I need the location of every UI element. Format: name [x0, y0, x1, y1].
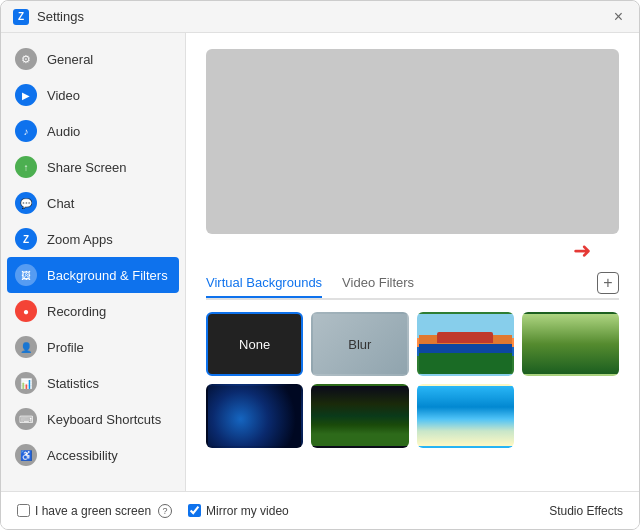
sidebar-label-keyboard-shortcuts: Keyboard Shortcuts	[47, 412, 161, 427]
background-earth[interactable]	[206, 384, 303, 448]
tab-video-filters[interactable]: Video Filters	[342, 275, 414, 298]
mirror-video-label[interactable]: Mirror my video	[188, 504, 289, 518]
sidebar-item-recording[interactable]: ● Recording	[1, 293, 185, 329]
studio-effects-button[interactable]: Studio Effects	[549, 504, 623, 518]
sidebar-label-general: General	[47, 52, 93, 67]
video-preview	[206, 49, 619, 234]
sidebar-item-video[interactable]: ▶ Video	[1, 77, 185, 113]
background-blur-label: Blur	[348, 337, 371, 352]
background-none-label: None	[239, 337, 270, 352]
sidebar-label-recording: Recording	[47, 304, 106, 319]
title-bar-left: Z Settings	[13, 9, 84, 25]
sidebar-item-profile[interactable]: 👤 Profile	[1, 329, 185, 365]
content-area: ➜ Virtual Backgrounds Video Filters + No…	[186, 33, 639, 491]
backgrounds-grid: None Blur	[206, 312, 619, 448]
sidebar-label-share-screen: Share Screen	[47, 160, 127, 175]
arrow-hint: ➜	[206, 238, 619, 264]
sidebar-label-statistics: Statistics	[47, 376, 99, 391]
sidebar-label-chat: Chat	[47, 196, 74, 211]
profile-icon: 👤	[15, 336, 37, 358]
background-blur[interactable]: Blur	[311, 312, 408, 376]
share-screen-icon: ↑	[15, 156, 37, 178]
footer-left: I have a green screen ? Mirror my video	[17, 504, 533, 518]
footer: I have a green screen ? Mirror my video …	[1, 491, 639, 529]
background-grass[interactable]	[522, 312, 619, 376]
sidebar-item-accessibility[interactable]: ♿ Accessibility	[1, 437, 185, 473]
sidebar-item-zoom-apps[interactable]: Z Zoom Apps	[1, 221, 185, 257]
mirror-video-text: Mirror my video	[206, 504, 289, 518]
statistics-icon: 📊	[15, 372, 37, 394]
background-aurora[interactable]	[311, 384, 408, 448]
green-screen-label[interactable]: I have a green screen ?	[17, 504, 172, 518]
help-icon[interactable]: ?	[158, 504, 172, 518]
keyboard-shortcuts-icon: ⌨	[15, 408, 37, 430]
background-ocean[interactable]	[417, 384, 514, 448]
sidebar-item-general[interactable]: ⚙ General	[1, 41, 185, 77]
sidebar-item-share-screen[interactable]: ↑ Share Screen	[1, 149, 185, 185]
tabs-row: Virtual Backgrounds Video Filters +	[206, 272, 619, 300]
title-bar: Z Settings ×	[1, 1, 639, 33]
chat-icon: 💬	[15, 192, 37, 214]
sidebar: ⚙ General ▶ Video ♪ Audio ↑ Share Screen…	[1, 33, 186, 491]
background-bridge[interactable]	[417, 312, 514, 376]
app-icon: Z	[13, 9, 29, 25]
window-title: Settings	[37, 9, 84, 24]
sidebar-label-accessibility: Accessibility	[47, 448, 118, 463]
tab-virtual-backgrounds[interactable]: Virtual Backgrounds	[206, 275, 322, 298]
background-filters-icon: 🖼	[15, 264, 37, 286]
general-icon: ⚙	[15, 48, 37, 70]
green-screen-checkbox[interactable]	[17, 504, 30, 517]
close-button[interactable]: ×	[610, 7, 627, 27]
recording-icon: ●	[15, 300, 37, 322]
sidebar-item-statistics[interactable]: 📊 Statistics	[1, 365, 185, 401]
audio-icon: ♪	[15, 120, 37, 142]
sidebar-item-audio[interactable]: ♪ Audio	[1, 113, 185, 149]
sidebar-item-keyboard-shortcuts[interactable]: ⌨ Keyboard Shortcuts	[1, 401, 185, 437]
sidebar-item-background-filters[interactable]: 🖼 Background & Filters	[7, 257, 179, 293]
video-icon: ▶	[15, 84, 37, 106]
sidebar-label-zoom-apps: Zoom Apps	[47, 232, 113, 247]
main-content: ⚙ General ▶ Video ♪ Audio ↑ Share Screen…	[1, 33, 639, 491]
sidebar-label-profile: Profile	[47, 340, 84, 355]
red-arrow-icon: ➜	[573, 238, 591, 264]
accessibility-icon: ♿	[15, 444, 37, 466]
green-screen-text: I have a green screen	[35, 504, 151, 518]
add-background-button[interactable]: +	[597, 272, 619, 294]
mirror-video-checkbox[interactable]	[188, 504, 201, 517]
sidebar-item-chat[interactable]: 💬 Chat	[1, 185, 185, 221]
sidebar-label-video: Video	[47, 88, 80, 103]
zoom-apps-icon: Z	[15, 228, 37, 250]
tabs-left: Virtual Backgrounds Video Filters	[206, 275, 414, 292]
sidebar-label-background-filters: Background & Filters	[47, 268, 168, 283]
background-none[interactable]: None	[206, 312, 303, 376]
sidebar-label-audio: Audio	[47, 124, 80, 139]
